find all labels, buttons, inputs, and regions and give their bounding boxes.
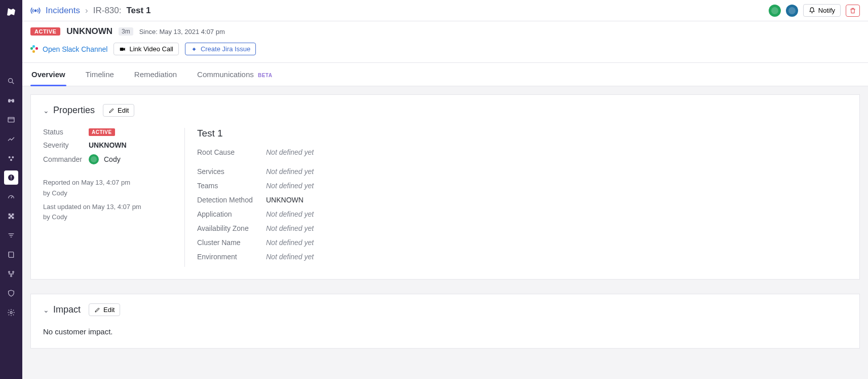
svg-point-18 bbox=[9, 271, 10, 273]
cluster-icon[interactable] bbox=[4, 151, 18, 165]
svg-point-20 bbox=[11, 275, 12, 277]
binoculars-icon[interactable] bbox=[4, 93, 18, 108]
puzzle-icon[interactable] bbox=[4, 209, 18, 223]
settings-icon[interactable] bbox=[4, 305, 18, 320]
edit-label: Edit bbox=[103, 306, 115, 314]
svg-rect-12 bbox=[11, 179, 11, 179]
severity-text: UNKNOWN bbox=[66, 26, 112, 37]
delete-button[interactable] bbox=[846, 5, 860, 17]
property-field: ServicesNot defined yet bbox=[197, 167, 847, 176]
commander-value: Cody bbox=[104, 155, 121, 163]
properties-card: ⌄ Properties Edit Status ACTIVE Severity bbox=[30, 94, 860, 280]
breadcrumb: Incidents › IR-830: Test 1 bbox=[30, 6, 150, 16]
tab-communications[interactable]: Communications BETA bbox=[196, 63, 273, 86]
properties-right: Test 1 Root CauseNot defined yetServices… bbox=[185, 128, 847, 267]
field-value: Not defined yet bbox=[266, 182, 314, 190]
tab-overview[interactable]: Overview bbox=[30, 63, 66, 86]
svg-rect-11 bbox=[11, 176, 11, 178]
datadog-logo[interactable] bbox=[4, 4, 18, 18]
field-key: Detection Method bbox=[197, 196, 258, 204]
field-key: Root Cause bbox=[197, 148, 258, 156]
field-key: Environment bbox=[197, 253, 258, 261]
svg-point-7 bbox=[9, 156, 11, 158]
severity-label: Severity bbox=[43, 141, 84, 149]
dashboard-icon[interactable] bbox=[4, 113, 18, 127]
svg-rect-5 bbox=[8, 117, 14, 122]
broadcast-icon bbox=[30, 6, 41, 16]
svg-point-8 bbox=[12, 156, 14, 158]
chevron-down-icon: ⌄ bbox=[43, 306, 49, 314]
field-key: Cluster Name bbox=[197, 238, 258, 247]
updated-text: Last updated on May 13, 4:07 pm bbox=[43, 202, 172, 213]
field-value: Not defined yet bbox=[266, 238, 314, 247]
field-key: Services bbox=[197, 167, 258, 176]
tab-remediation[interactable]: Remediation bbox=[133, 63, 178, 86]
incidents-icon[interactable] bbox=[4, 170, 18, 185]
field-value: Not defined yet bbox=[266, 167, 314, 176]
search-icon[interactable] bbox=[4, 74, 18, 88]
commander-label: Commander bbox=[43, 155, 84, 163]
field-value: UNKNOWN bbox=[266, 196, 304, 204]
notify-button[interactable]: Notify bbox=[803, 4, 841, 17]
pencil-icon bbox=[108, 108, 115, 114]
trash-icon bbox=[849, 7, 856, 14]
beta-badge: BETA bbox=[258, 73, 272, 78]
svg-point-22 bbox=[34, 10, 36, 11]
edit-impact-button[interactable]: Edit bbox=[89, 303, 120, 316]
breadcrumb-root[interactable]: Incidents bbox=[46, 6, 80, 16]
property-field: Cluster NameNot defined yet bbox=[197, 238, 847, 247]
svg-point-19 bbox=[13, 271, 14, 273]
shield-icon[interactable] bbox=[4, 286, 18, 300]
gauge-icon[interactable] bbox=[4, 190, 18, 204]
impact-text: No customer impact. bbox=[43, 327, 847, 336]
incident-id: IR-830: bbox=[93, 6, 122, 16]
field-key: Application bbox=[197, 210, 258, 218]
avatar[interactable] bbox=[769, 5, 781, 17]
field-key: Availability Zone bbox=[197, 224, 258, 232]
avatar[interactable] bbox=[786, 5, 798, 17]
open-slack-button[interactable]: Open Slack Channel bbox=[30, 45, 107, 53]
chevron-right-icon: › bbox=[85, 6, 88, 16]
svg-line-13 bbox=[11, 196, 13, 198]
incident-summary-bar: ACTIVE UNKNOWN 3m Since: May 13, 2021 4:… bbox=[22, 21, 868, 63]
since-text: Since: May 13, 2021 4:07 pm bbox=[139, 28, 225, 36]
flow-icon[interactable] bbox=[4, 267, 18, 281]
tab-timeline[interactable]: Timeline bbox=[85, 63, 115, 86]
tabs: Overview Timeline Remediation Communicat… bbox=[22, 63, 868, 86]
link-video-button[interactable]: Link Video Call bbox=[114, 43, 178, 55]
pencil-icon bbox=[94, 307, 100, 313]
field-value: Not defined yet bbox=[266, 253, 314, 261]
body: ⌄ Properties Edit Status ACTIVE Severity bbox=[22, 86, 868, 371]
svg-rect-4 bbox=[11, 100, 12, 101]
edit-properties-button[interactable]: Edit bbox=[103, 104, 134, 117]
svg-point-21 bbox=[10, 312, 12, 314]
video-icon bbox=[119, 46, 126, 53]
chevron-down-icon: ⌄ bbox=[43, 107, 49, 115]
field-value: Not defined yet bbox=[266, 148, 314, 156]
impact-heading[interactable]: ⌄ Impact bbox=[43, 304, 81, 315]
status-value-badge: ACTIVE bbox=[89, 128, 115, 136]
property-field: EnvironmentNot defined yet bbox=[197, 253, 847, 261]
svg-line-1 bbox=[12, 82, 14, 84]
svg-point-0 bbox=[9, 79, 13, 83]
properties-title: Properties bbox=[53, 105, 95, 116]
properties-heading[interactable]: ⌄ Properties bbox=[43, 105, 95, 116]
link-video-label: Link Video Call bbox=[129, 45, 173, 53]
property-field: TeamsNot defined yet bbox=[197, 182, 847, 190]
book-icon[interactable] bbox=[4, 248, 18, 262]
create-jira-button[interactable]: Create Jira Issue bbox=[185, 43, 256, 55]
left-nav-rail bbox=[0, 0, 22, 371]
property-field: Detection MethodUNKNOWN bbox=[197, 196, 847, 204]
updated-by-text: by Cody bbox=[43, 212, 172, 223]
metrics-icon[interactable] bbox=[4, 132, 18, 146]
filter-icon[interactable] bbox=[4, 228, 18, 243]
field-key: Teams bbox=[197, 182, 258, 190]
svg-rect-2 bbox=[8, 99, 11, 102]
tab-communications-label: Communications bbox=[197, 70, 254, 79]
status-label: Status bbox=[43, 128, 84, 136]
field-value: Not defined yet bbox=[266, 224, 314, 232]
impact-card: ⌄ Impact Edit No customer impact. bbox=[30, 294, 860, 349]
duration-chip: 3m bbox=[119, 27, 133, 36]
field-value: Not defined yet bbox=[266, 210, 314, 218]
avatar bbox=[89, 154, 99, 164]
